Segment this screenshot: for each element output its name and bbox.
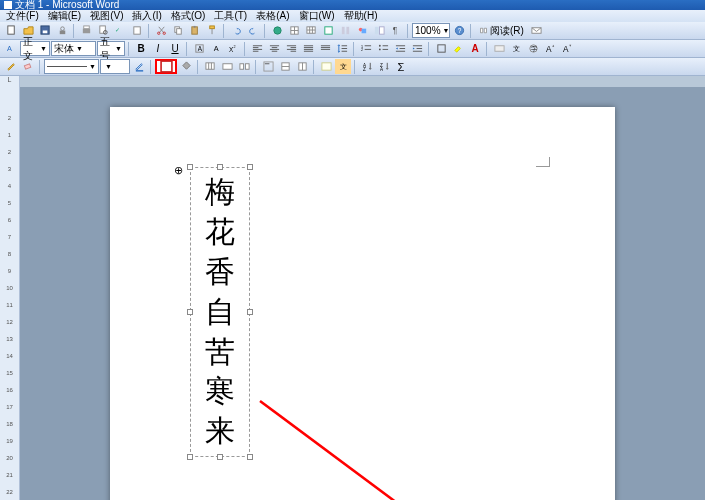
format-painter-button[interactable] — [204, 23, 220, 38]
shrink-font-button[interactable]: A — [559, 41, 575, 56]
distribute-cols-button[interactable] — [294, 59, 310, 74]
font-size-dropdown[interactable]: 五号▼ — [97, 41, 125, 56]
ruler-tick: 21 — [6, 472, 13, 478]
line-style-dropdown[interactable]: ▼ — [44, 59, 99, 74]
resize-handle-nw[interactable] — [187, 164, 193, 170]
permission-button[interactable] — [54, 23, 70, 38]
print-button[interactable] — [78, 23, 94, 38]
spellcheck-button[interactable]: ✓ — [112, 23, 128, 38]
resize-handle-se[interactable] — [247, 454, 253, 460]
menu-file[interactable]: 文件(F) — [6, 9, 39, 23]
sort-desc-button[interactable]: ZA — [376, 59, 392, 74]
read-mode-button[interactable]: 阅读(R) — [475, 23, 528, 38]
resize-handle-s[interactable] — [217, 454, 223, 460]
resize-handle-w[interactable] — [187, 309, 193, 315]
toolbar-separator — [428, 42, 430, 56]
svg-text:A: A — [213, 44, 218, 53]
autosum-button[interactable]: Σ — [393, 59, 409, 74]
grow-font-button[interactable]: A — [542, 41, 558, 56]
styles-pane-button[interactable]: A — [3, 41, 19, 56]
bullets-button[interactable] — [375, 41, 391, 56]
resize-handle-n[interactable] — [217, 164, 223, 170]
font-dropdown[interactable]: 宋体▼ — [51, 41, 96, 56]
menu-format[interactable]: 格式(O) — [171, 9, 205, 23]
insert-table-button-2[interactable] — [202, 59, 218, 74]
svg-rect-0 — [7, 26, 13, 34]
change-text-direction-button[interactable]: 文 — [335, 59, 351, 74]
redo-button[interactable] — [245, 23, 261, 38]
envelope-button[interactable] — [529, 23, 545, 38]
distribute-rows-button[interactable] — [277, 59, 293, 74]
hyperlink-button[interactable] — [269, 23, 285, 38]
underline-button[interactable]: U — [167, 41, 183, 56]
insert-table-button[interactable] — [303, 23, 319, 38]
text-box[interactable]: 梅花香自苦寒来 — [190, 167, 250, 457]
columns-button[interactable] — [337, 23, 353, 38]
font-color-button[interactable]: A — [467, 41, 483, 56]
char-shading-button[interactable]: A — [208, 41, 224, 56]
line-weight-dropdown[interactable]: ▼ — [100, 59, 130, 74]
new-doc-button[interactable] — [3, 23, 19, 38]
border-color-button[interactable] — [131, 59, 147, 74]
decrease-indent-button[interactable] — [392, 41, 408, 56]
borders-button[interactable] — [433, 41, 449, 56]
undo-button[interactable] — [228, 23, 244, 38]
svg-rect-90 — [205, 63, 213, 69]
split-cells-button[interactable] — [236, 59, 252, 74]
align-left-button[interactable] — [249, 41, 265, 56]
align-justify-button[interactable] — [300, 41, 316, 56]
autoformat-button[interactable] — [318, 59, 334, 74]
svg-rect-2 — [42, 31, 47, 34]
numbering-button[interactable]: 12 — [358, 41, 374, 56]
eraser-button[interactable] — [20, 59, 36, 74]
char-border-button[interactable]: A — [191, 41, 207, 56]
document-area[interactable]: ⊕ 梅花香自苦寒来 — [20, 87, 705, 500]
insert-excel-button[interactable] — [320, 23, 336, 38]
menu-table[interactable]: 表格(A) — [256, 9, 289, 23]
superscript-button[interactable]: X2 — [225, 41, 241, 56]
shading-color-button[interactable] — [178, 59, 194, 74]
increase-indent-button[interactable] — [409, 41, 425, 56]
menu-window[interactable]: 窗口(W) — [299, 9, 335, 23]
zoom-dropdown[interactable]: 100%▼ — [412, 23, 450, 38]
enclose-char-button[interactable]: 字 — [525, 41, 541, 56]
doc-map-button[interactable] — [371, 23, 387, 38]
outside-border-button[interactable] — [155, 59, 177, 74]
align-right-button[interactable] — [283, 41, 299, 56]
vertical-ruler[interactable]: 2123456789101112131415161718192021222324 — [0, 87, 20, 500]
ruler-tick: 1 — [8, 132, 11, 138]
resize-handle-ne[interactable] — [247, 164, 253, 170]
drawing-toolbar-button[interactable] — [354, 23, 370, 38]
style-dropdown[interactable]: 正文▼ — [20, 41, 50, 56]
align-top-left-button[interactable] — [260, 59, 276, 74]
menu-edit[interactable]: 编辑(E) — [48, 9, 81, 23]
cut-button[interactable] — [153, 23, 169, 38]
research-button[interactable] — [129, 23, 145, 38]
align-distribute-button[interactable] — [317, 41, 333, 56]
show-hide-button[interactable]: ¶ — [388, 23, 404, 38]
line-spacing-button[interactable] — [334, 41, 350, 56]
resize-handle-e[interactable] — [247, 309, 253, 315]
paste-button[interactable] — [187, 23, 203, 38]
merge-cells-button[interactable] — [219, 59, 235, 74]
menu-bar: 文件(F) 编辑(E) 视图(V) 插入(I) 格式(O) 工具(T) 表格(A… — [0, 10, 705, 22]
menu-tools[interactable]: 工具(T) — [214, 9, 247, 23]
save-button[interactable] — [37, 23, 53, 38]
help-button[interactable]: ? — [451, 23, 467, 38]
menu-view[interactable]: 视图(V) — [90, 9, 123, 23]
field-button[interactable] — [491, 41, 507, 56]
copy-button[interactable] — [170, 23, 186, 38]
italic-button[interactable]: I — [150, 41, 166, 56]
phonetic-button[interactable]: 文 — [508, 41, 524, 56]
bold-button[interactable]: B — [133, 41, 149, 56]
resize-handle-sw[interactable] — [187, 454, 193, 460]
menu-insert[interactable]: 插入(I) — [132, 9, 161, 23]
highlight-button[interactable] — [450, 41, 466, 56]
page[interactable]: ⊕ 梅花香自苦寒来 — [110, 107, 615, 500]
draw-table-button[interactable] — [3, 59, 19, 74]
menu-help[interactable]: 帮助(H) — [344, 9, 378, 23]
tables-borders-button[interactable] — [286, 23, 302, 38]
svg-rect-94 — [239, 64, 243, 70]
sort-asc-button[interactable]: AZ — [359, 59, 375, 74]
align-center-button[interactable] — [266, 41, 282, 56]
